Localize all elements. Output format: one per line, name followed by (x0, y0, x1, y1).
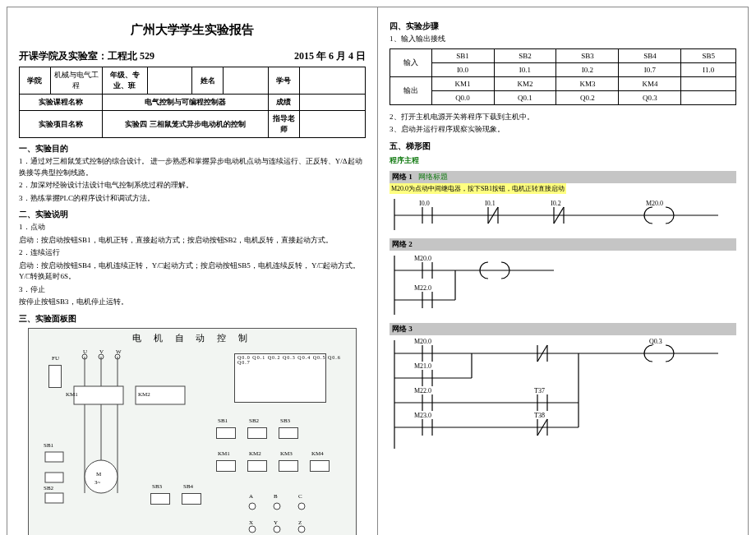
page-left: 广州大学学生实验报告 开课学院及实验室：工程北 529 2015 年 6 月 4… (7, 7, 378, 535)
cell: I0.2 (556, 62, 619, 76)
panel-block (216, 427, 236, 439)
cell: SB3 (556, 48, 619, 62)
ladder-contact-label: I0.2 (551, 200, 561, 207)
panel-block (310, 460, 330, 472)
panel-label: SB3 (280, 417, 290, 424)
panel-label: KM4 (311, 450, 324, 457)
ladder-contact-label: T38 (534, 412, 545, 419)
dept-lab-value: 工程北 529 (108, 50, 154, 62)
cell: 指导老师 (269, 111, 300, 138)
cell (299, 111, 365, 138)
svg-rect-6 (74, 386, 123, 404)
panel-label: SB2 (44, 485, 53, 491)
cell (147, 67, 192, 95)
sec-4-item: 2、打开主机电源开关将程序下载到主机中。 (390, 112, 736, 123)
cell: SB2 (494, 48, 556, 62)
info-table: 学院 机械与电气工程 年级、专业、班 姓名 学号 实验课程名称 电气控制与可编程… (19, 67, 366, 138)
svg-point-15 (249, 526, 256, 533)
svg-point-13 (274, 503, 280, 510)
sec-1-item: 2．加深对经验设计法设计电气控制系统过程的理解。 (19, 180, 366, 191)
doc-date: 2015 年 6 月 4 日 (294, 49, 366, 63)
sec-2-head: 二、实验说明 (19, 209, 366, 220)
sec-5-head: 五、梯形图 (390, 141, 736, 152)
panel-block (279, 460, 298, 472)
ladder-net-2: M20.0 M22.0 (390, 252, 726, 318)
panel-label: KM2 (249, 450, 261, 457)
ladder-net-3-head: 网络 3 (390, 323, 736, 335)
cell: I0.0 (431, 62, 494, 76)
panel-label: SB2 (249, 417, 259, 424)
panel-terminals (241, 496, 339, 536)
sec-4-item: 3、启动并运行程序观察实验现象。 (390, 124, 736, 136)
sec-1-head: 一、实验目的 (19, 143, 366, 155)
svg-point-14 (298, 503, 305, 510)
cell: KM2 (494, 76, 556, 90)
ladder-net-label: 网络 2 (392, 240, 413, 248)
cell: 实验项目名称 (20, 111, 103, 138)
ladder-net-title: 网络标题 (418, 173, 448, 181)
doc-subhead: 开课学院及实验室：工程北 529 2015 年 6 月 4 日 (19, 49, 366, 63)
cell: 实验四 三相鼠笼式异步电动机的控制 (103, 111, 269, 138)
cell: 机械与电气工程 (50, 67, 102, 95)
sec-2-item: 2．连续运行 (19, 247, 366, 259)
cell: KM3 (556, 76, 619, 90)
ladder-net-3: M20.0 Q0.3 M21.0 M22.0 T37 M23.0 T38 (390, 337, 726, 452)
ladder-coil-label: Q0.3 (649, 338, 662, 345)
cell: Q0.2 (556, 90, 619, 104)
ladder-contact-label: M23.0 (414, 412, 431, 419)
cell: I0.1 (494, 62, 556, 76)
cell: Q0.1 (494, 90, 556, 104)
ladder-contact-label: M22.0 (414, 387, 431, 394)
sec-2-item: 按停止按钮SB3，电机停止运转。 (19, 297, 366, 308)
sec-3-head: 三、实验面板图 (19, 313, 366, 325)
panel-label: Q0.0 Q0.1 Q0.2 Q0.3 Q0.4 Q0.5 Q0.6 Q0.7 (237, 355, 356, 365)
cell: I0.7 (619, 62, 681, 76)
svg-rect-11 (45, 493, 63, 503)
ladder-net-2-head: 网络 2 (390, 238, 736, 251)
io-table: 输入 SB1 SB2 SB3 SB4 SB5 I0.0 I0.1 I0.2 I0… (390, 48, 736, 105)
panel-label: KM1 (218, 450, 230, 457)
ladder-contact-label: M20.0 (414, 338, 431, 345)
ladder-net-1-head: 网络 1 网络标题 (390, 171, 736, 183)
cell: 输出 (390, 76, 432, 104)
cell (681, 90, 736, 104)
dept-lab-label: 开课学院及实验室： (19, 50, 108, 62)
cell: Q0.3 (619, 90, 681, 104)
panel-label: 3~ (94, 479, 100, 486)
sec-2-item: 启动：按启动按钮SB4，电机连续正转， Y/□起动方式；按启动按钮SB5，电机连… (19, 261, 366, 283)
panel-block (247, 427, 267, 439)
cell (224, 67, 269, 95)
svg-rect-9 (45, 452, 63, 462)
ladder-contact-label: T37 (534, 387, 545, 394)
ladder-net-label: 网络 3 (392, 325, 413, 333)
ladder-contact-label: I0.0 (419, 200, 430, 207)
panel-label: KM1 (66, 391, 78, 398)
ladder-net-1: I0.0 I0.1 I0.2 M20.0 (390, 196, 726, 233)
cell (681, 76, 736, 90)
cell: 成绩 (269, 95, 300, 111)
cell: 学号 (269, 67, 300, 95)
sec-1-item: 3．熟练掌握PLC的程序设计和调试方法。 (19, 193, 366, 205)
cell: 学院 (20, 67, 51, 95)
doc-title: 广州大学学生实验报告 (19, 22, 366, 38)
panel-label: M (96, 471, 101, 477)
cell: SB5 (681, 48, 736, 62)
svg-point-12 (249, 503, 256, 510)
ladder-net-1-note: M20.0为点动中间继电器，按下SB1按钮，电机正转直接启动 (390, 183, 566, 194)
ladder-contact-label: I0.1 (485, 200, 496, 207)
panel-block (247, 460, 267, 472)
svg-point-16 (274, 526, 280, 533)
ladder-net-label: 网络 1 (392, 173, 413, 181)
cell (299, 67, 365, 95)
panel-label: KM3 (280, 450, 293, 457)
sec-4-head: 四、实验步骤 (390, 21, 736, 32)
cell: KM4 (619, 76, 681, 90)
cell: SB1 (431, 48, 494, 62)
cell: 年级、专业、班 (103, 67, 148, 95)
sec-4-item: 1、输入输出接线 (390, 34, 736, 45)
panel-label: SB1 (218, 417, 228, 424)
panel-block (216, 460, 236, 472)
ladder-program-label: 程序主程 (390, 155, 736, 166)
ladder-coil-label: M20.0 (646, 200, 663, 207)
cell: 实验课程名称 (20, 95, 103, 111)
